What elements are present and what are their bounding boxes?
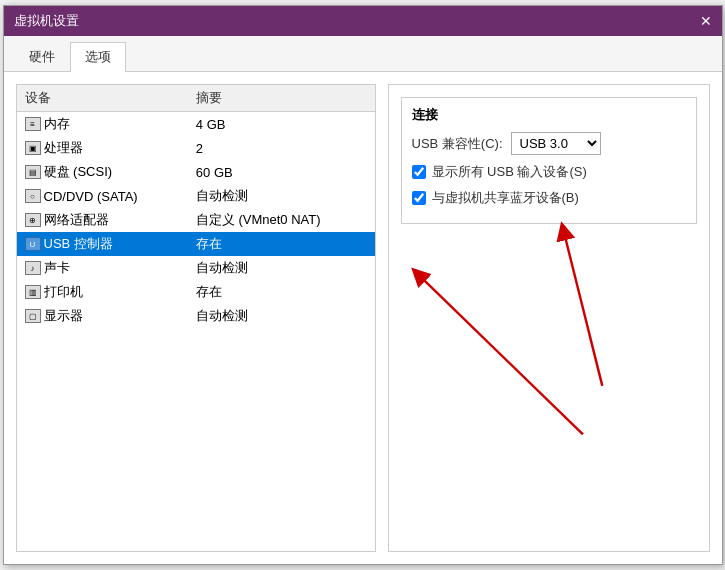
- tab-hardware[interactable]: 硬件: [14, 42, 70, 71]
- device-name: ⊕ 网络适配器: [17, 208, 188, 232]
- device-summary: 4 GB: [188, 112, 375, 137]
- device-name: ▤ 硬盘 (SCSI): [17, 160, 188, 184]
- usb-icon: U: [25, 237, 41, 251]
- content-area: 设备 摘要 ≡ 内存 4 GB: [4, 72, 722, 564]
- usb-compat-select[interactable]: USB 3.0 USB 2.0: [511, 132, 601, 155]
- network-icon: ⊕: [25, 213, 41, 227]
- device-summary: 自动检测: [188, 184, 375, 208]
- device-summary: 60 GB: [188, 160, 375, 184]
- device-list-panel: 设备 摘要 ≡ 内存 4 GB: [16, 84, 376, 552]
- window-title: 虚拟机设置: [14, 12, 79, 30]
- col-device: 设备: [17, 85, 188, 112]
- device-summary: 自定义 (VMnet0 NAT): [188, 208, 375, 232]
- table-row[interactable]: ⊕ 网络适配器 自定义 (VMnet0 NAT): [17, 208, 375, 232]
- memory-icon: ≡: [25, 117, 41, 131]
- connection-title: 连接: [412, 106, 686, 124]
- device-summary: 存在: [188, 232, 375, 256]
- show-usb-row: 显示所有 USB 输入设备(S): [412, 163, 686, 181]
- right-panel: 连接 USB 兼容性(C): USB 3.0 USB 2.0 显示所有 USB …: [388, 84, 710, 552]
- printer-icon: ▥: [25, 285, 41, 299]
- table-row[interactable]: ▤ 硬盘 (SCSI) 60 GB: [17, 160, 375, 184]
- table-row[interactable]: ≡ 内存 4 GB: [17, 112, 375, 137]
- table-row[interactable]: ▢ 显示器 自动检测: [17, 304, 375, 328]
- cpu-icon: ▣: [25, 141, 41, 155]
- device-name: ▣ 处理器: [17, 136, 188, 160]
- cdrom-icon: ○: [25, 189, 41, 203]
- show-usb-checkbox[interactable]: [412, 165, 426, 179]
- table-row[interactable]: ○ CD/DVD (SATA) 自动检测: [17, 184, 375, 208]
- device-name: ○ CD/DVD (SATA): [17, 184, 188, 208]
- table-row[interactable]: ▥ 打印机 存在: [17, 280, 375, 304]
- share-bluetooth-checkbox[interactable]: [412, 191, 426, 205]
- table-row[interactable]: ♪ 声卡 自动检测: [17, 256, 375, 280]
- share-bluetooth-label: 与虚拟机共享蓝牙设备(B): [432, 189, 579, 207]
- device-name: ▢ 显示器: [17, 304, 188, 328]
- disk-icon: ▤: [25, 165, 41, 179]
- display-icon: ▢: [25, 309, 41, 323]
- device-summary: 自动检测: [188, 256, 375, 280]
- tabs-bar: 硬件 选项: [4, 36, 722, 72]
- table-row[interactable]: ▣ 处理器 2: [17, 136, 375, 160]
- device-summary: 自动检测: [188, 304, 375, 328]
- show-usb-label: 显示所有 USB 输入设备(S): [432, 163, 587, 181]
- device-summary: 2: [188, 136, 375, 160]
- table-row-usb[interactable]: U USB 控制器 存在: [17, 232, 375, 256]
- device-name: U USB 控制器: [17, 232, 188, 256]
- main-window: 虚拟机设置 ✕ 硬件 选项 设备 摘要 ≡: [3, 5, 723, 565]
- connection-box: 连接 USB 兼容性(C): USB 3.0 USB 2.0 显示所有 USB …: [401, 97, 697, 224]
- title-bar: 虚拟机设置 ✕: [4, 6, 722, 36]
- tab-options[interactable]: 选项: [70, 42, 126, 72]
- device-name: ▥ 打印机: [17, 280, 188, 304]
- close-button[interactable]: ✕: [700, 14, 712, 28]
- device-name: ≡ 内存: [17, 112, 188, 137]
- share-bt-row: 与虚拟机共享蓝牙设备(B): [412, 189, 686, 207]
- svg-line-3: [563, 231, 602, 386]
- svg-line-2: [418, 274, 583, 434]
- usb-compat-label: USB 兼容性(C):: [412, 135, 503, 153]
- usb-compat-row: USB 兼容性(C): USB 3.0 USB 2.0: [412, 132, 686, 155]
- sound-icon: ♪: [25, 261, 41, 275]
- device-table: 设备 摘要 ≡ 内存 4 GB: [17, 85, 375, 328]
- device-name: ♪ 声卡: [17, 256, 188, 280]
- col-summary: 摘要: [188, 85, 375, 112]
- device-summary: 存在: [188, 280, 375, 304]
